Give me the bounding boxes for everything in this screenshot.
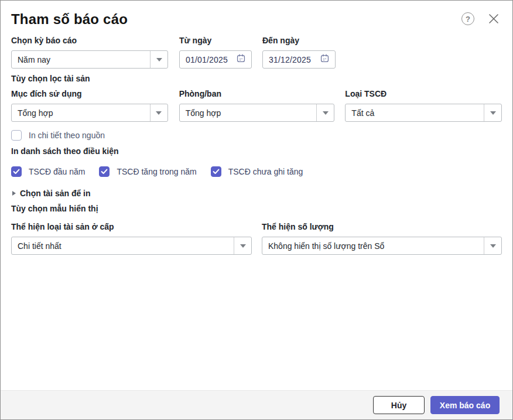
report-period-select[interactable]: Năm nay — [11, 50, 168, 69]
asset-level-dropdown-button[interactable] — [234, 237, 251, 254]
help-glyph: ? — [466, 15, 470, 23]
check-icon — [13, 169, 20, 175]
asset-type-value: Tất cả — [346, 104, 484, 121]
report-period-dropdown-button[interactable] — [150, 51, 167, 68]
report-period-value: Năm nay — [12, 51, 150, 68]
from-date-label: Từ ngày — [179, 36, 252, 46]
asset-picker-expander[interactable]: Chọn tài sản để in — [11, 189, 502, 198]
detail-by-source-label: In chi tiết theo nguồn — [29, 130, 105, 141]
quantity-display-dropdown-button[interactable] — [484, 237, 501, 254]
filter-row: Mục đích sử dụng Tổng hợp Phòng/ban Tổng… — [11, 89, 502, 122]
department-value: Tổng hợp — [180, 104, 317, 121]
chevron-down-icon — [156, 111, 162, 115]
condition-begin-year-label: TSCĐ đầu năm — [29, 166, 85, 177]
detail-by-source-checkbox[interactable] — [11, 130, 22, 141]
report-parameters-dialog: Tham số báo cáo ? Chọn kỳ báo cáo Năm na… — [0, 0, 513, 420]
filter-section-title: Tùy chọn lọc tài sản — [11, 74, 502, 84]
condition-begin-year-item[interactable]: TSCĐ đầu năm — [11, 166, 85, 177]
view-report-button[interactable]: Xem báo cáo — [430, 396, 500, 414]
from-date-value: 01/01/2025 — [186, 55, 228, 64]
help-icon[interactable]: ? — [461, 12, 474, 25]
chevron-down-icon — [156, 58, 162, 62]
conditions-section-title: In danh sách theo điều kiện — [11, 146, 502, 156]
usage-purpose-select[interactable]: Tổng hợp — [11, 104, 168, 122]
chevron-down-icon — [240, 244, 246, 248]
asset-type-label: Loại TSCĐ — [345, 89, 502, 99]
department-select[interactable]: Tổng hợp — [179, 104, 335, 122]
quantity-display-label: Thể hiện số lượng — [262, 222, 502, 232]
check-icon — [101, 169, 108, 175]
condition-not-recorded-checkbox[interactable] — [211, 166, 221, 177]
display-section-title: Tùy chọn mẫu hiển thị — [11, 204, 502, 214]
dialog-title: Tham số báo cáo — [11, 10, 128, 29]
close-icon[interactable] — [487, 12, 500, 25]
calendar-icon[interactable] — [320, 53, 330, 66]
usage-purpose-value: Tổng hợp — [12, 104, 150, 121]
conditions-checkbox-row: TSCĐ đầu năm TSCĐ tăng trong năm TSCĐ ch… — [11, 166, 502, 177]
condition-increase-item[interactable]: TSCĐ tăng trong năm — [99, 166, 196, 177]
condition-increase-checkbox[interactable] — [99, 166, 110, 177]
asset-level-select[interactable]: Chi tiết nhất — [11, 237, 252, 255]
asset-picker-label: Chọn tài sản để in — [20, 189, 91, 198]
condition-not-recorded-label: TSCĐ chưa ghi tăng — [228, 166, 303, 177]
chevron-down-icon — [490, 111, 496, 115]
to-date-value: 31/12/2025 — [269, 55, 311, 64]
cancel-button[interactable]: Hủy — [373, 396, 425, 414]
asset-type-dropdown-button[interactable] — [484, 104, 501, 121]
usage-purpose-label: Mục đích sử dụng — [11, 89, 168, 99]
quantity-display-value: Không hiển thị số lượng trên Sổ — [262, 237, 484, 254]
chevron-down-icon — [490, 244, 496, 248]
period-row: Chọn kỳ báo cáo Năm nay Từ ngày 01/01/20… — [11, 36, 502, 69]
chevron-right-icon — [12, 191, 16, 196]
display-row: Thể hiện loại tài sản ở cấp Chi tiết nhấ… — [11, 222, 502, 255]
condition-not-recorded-item[interactable]: TSCĐ chưa ghi tăng — [211, 166, 303, 177]
condition-increase-label: TSCĐ tăng trong năm — [117, 166, 196, 177]
condition-begin-year-checkbox[interactable] — [11, 166, 22, 177]
to-date-label: Đến ngày — [262, 36, 336, 46]
quantity-display-select[interactable]: Không hiển thị số lượng trên Sổ — [262, 237, 502, 255]
asset-type-select[interactable]: Tất cả — [345, 104, 502, 122]
asset-level-value: Chi tiết nhất — [12, 237, 234, 254]
calendar-icon[interactable] — [236, 53, 246, 66]
dialog-header: Tham số báo cáo ? — [11, 10, 502, 29]
header-icons: ? — [461, 12, 500, 25]
department-label: Phòng/ban — [179, 89, 335, 99]
dialog-footer: Hủy Xem báo cáo — [1, 390, 512, 419]
detail-by-source-checkbox-item[interactable]: In chi tiết theo nguồn — [11, 130, 502, 141]
report-period-label: Chọn kỳ báo cáo — [11, 36, 168, 46]
usage-purpose-dropdown-button[interactable] — [150, 104, 167, 121]
chevron-down-icon — [323, 111, 329, 115]
department-dropdown-button[interactable] — [316, 104, 334, 121]
check-icon — [213, 169, 220, 175]
to-date-input[interactable]: 31/12/2025 — [262, 50, 336, 69]
from-date-input[interactable]: 01/01/2025 — [179, 50, 252, 69]
asset-level-label: Thể hiện loại tài sản ở cấp — [11, 222, 252, 232]
